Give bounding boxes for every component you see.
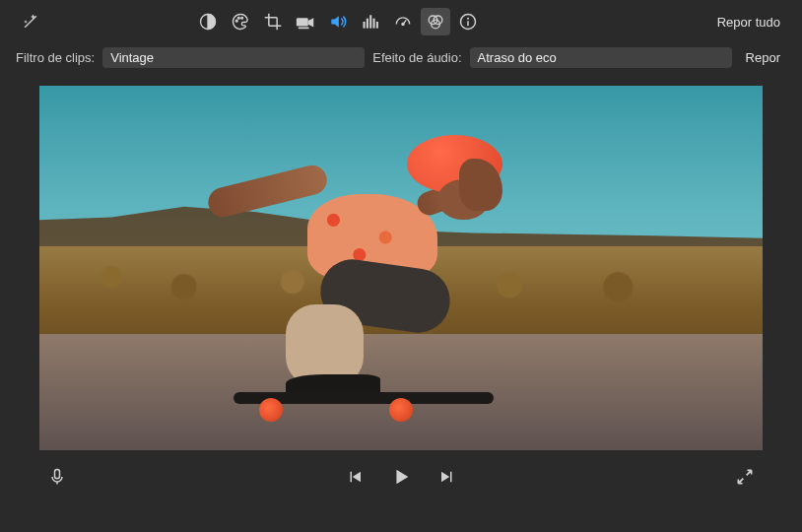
filter-icon[interactable] (421, 8, 450, 35)
speed-icon[interactable] (388, 8, 418, 35)
palette-icon[interactable] (226, 8, 255, 35)
contrast-icon[interactable] (193, 8, 223, 35)
svg-point-16 (467, 18, 469, 20)
preview-viewer[interactable] (39, 86, 763, 450)
svg-rect-4 (297, 18, 308, 26)
info-icon[interactable] (453, 8, 483, 35)
clip-filter-value: Vintage (110, 50, 154, 65)
svg-rect-8 (369, 15, 371, 28)
svg-rect-5 (299, 28, 309, 30)
clip-filter-dropdown[interactable]: Vintage (102, 47, 365, 68)
wand-icon[interactable] (16, 8, 45, 35)
audio-effect-value: Atraso do eco (478, 50, 557, 65)
reset-button[interactable]: Repor (740, 47, 786, 68)
svg-point-11 (402, 23, 404, 25)
svg-rect-10 (376, 22, 378, 29)
svg-point-3 (241, 17, 243, 19)
camera-icon[interactable] (291, 8, 320, 35)
svg-point-1 (235, 20, 237, 22)
next-icon[interactable] (437, 468, 457, 486)
reset-all-button[interactable]: Repor tudo (711, 12, 786, 33)
svg-rect-9 (373, 19, 375, 29)
play-icon[interactable] (390, 466, 412, 488)
audio-effect-dropdown[interactable]: Atraso do eco (470, 47, 732, 68)
previous-icon[interactable] (345, 468, 365, 486)
eq-icon[interactable] (356, 8, 385, 35)
clip-filter-label: Filtro de clips: (16, 50, 95, 65)
audio-effect-label: Efeito de áudio: (372, 50, 461, 65)
volume-icon[interactable] (323, 8, 353, 35)
mic-icon[interactable] (47, 466, 67, 488)
svg-point-2 (237, 17, 239, 19)
svg-rect-17 (55, 470, 60, 479)
preview-scene (39, 86, 763, 450)
crop-icon[interactable] (258, 8, 288, 35)
fullscreen-icon[interactable] (735, 467, 755, 487)
svg-rect-7 (367, 19, 368, 29)
svg-rect-6 (364, 22, 366, 29)
